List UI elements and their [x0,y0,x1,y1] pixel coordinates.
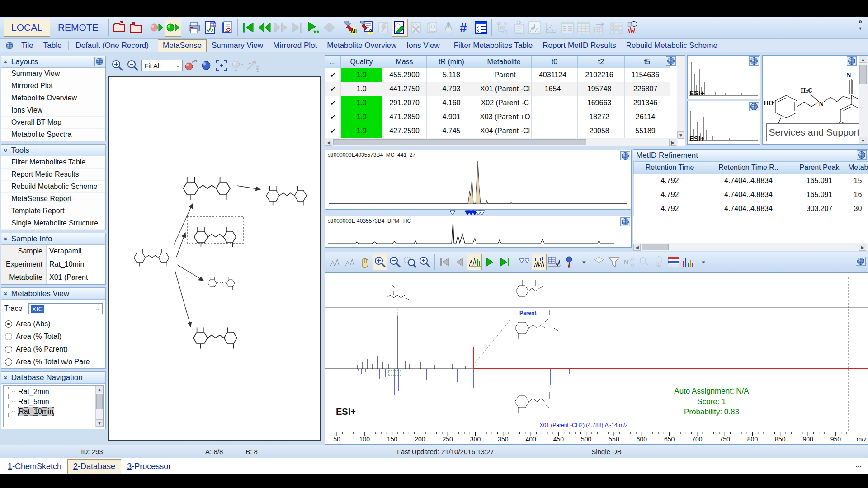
trace-select[interactable]: XIC ⌄ [28,303,103,314]
refinement-row[interactable]: 4.7924.7404..4.8834165.09115 [634,174,868,188]
scroll-thumb[interactable] [96,394,103,409]
panel-globe-icon[interactable] [620,217,630,226]
radio-icon[interactable] [5,333,12,340]
t2-cell[interactable]: 195748 [578,82,625,96]
metabolite-cell[interactable]: X04 (Parent -Cl [476,124,532,138]
menu-item-summary-view[interactable]: Summary View [207,39,268,52]
zoom-in-icon[interactable] [110,58,125,73]
tool-item-rebuild-metabolic-scheme[interactable]: Rebuild Metabolic Scheme [1,181,105,193]
t0-cell[interactable]: 1654 [532,82,578,96]
rainbow-peaks-icon[interactable] [681,254,696,270]
t5-cell[interactable]: 291346 [625,96,670,110]
t5-cell[interactable]: 1154636 [625,68,670,82]
pin-annotation-icon[interactable] [561,254,576,270]
scroll-right-icon[interactable]: ▶ [669,139,676,146]
refinement-row[interactable]: 4.7924.7404..4.8834165.09116 [634,188,868,202]
quality-cell[interactable]: 1.0 [341,124,382,138]
mass-cell[interactable]: 455.2900 [382,68,427,82]
workspace-globe-icon[interactable] [5,42,14,50]
mass-cell[interactable]: 441.2750 [382,82,427,96]
structure-globe-icon[interactable] [847,56,857,66]
pin-dropdown-icon[interactable] [576,254,591,270]
column-header[interactable]: Metabolite [476,56,532,68]
collapse-chevron-icon[interactable]: » [2,292,9,296]
menu-item-tile[interactable]: Tile [16,39,38,52]
export-pdf-icon[interactable] [219,19,235,37]
menu-item-rebuild-metabolic-scheme[interactable]: Rebuild Metabolic Scheme [621,39,722,52]
collapse-chevron-icon[interactable]: » [2,376,9,380]
row-checkbox[interactable]: ✔ [326,110,341,124]
column-header[interactable]: Metabo [848,162,868,174]
t2-cell[interactable]: 20058 [578,124,625,138]
metabolite-cell[interactable]: X01 (Parent -Cl [476,82,532,96]
chevron-overflow-icon[interactable]: » [855,18,865,25]
first-record-icon[interactable] [240,19,256,37]
t5-cell[interactable]: 26114 [625,110,670,124]
mass-cell[interactable]: 427.2590 [382,124,427,138]
t0-cell[interactable] [532,124,578,138]
tic-chromatogram-panel[interactable]: stf000009E 4035573B4_BPM_TIC [325,216,632,248]
scroll-right-icon[interactable]: ▶ [859,244,866,251]
radio-icon[interactable] [5,358,12,366]
tab-local[interactable]: LOCAL [4,19,50,37]
zoom-region-icon[interactable] [373,254,387,270]
column-header[interactable]: Retention Time [634,162,706,174]
tool-item-report-metid-results[interactable]: Report Metid Results [1,169,105,181]
render-structure-icon[interactable] [199,58,213,73]
chevron-down-icon[interactable]: ⌄ [95,305,102,312]
layout-item-overall-bt-map[interactable]: Overall BT Map [1,117,105,129]
zoom-box-icon[interactable] [402,254,417,270]
thumbnail-globe-icon[interactable] [749,102,759,111]
search-all-icon[interactable]: All [343,19,359,37]
structure-scrollbar[interactable]: ▲ ▼ [859,56,868,144]
metabolite-row[interactable]: ✔1.0455.29005.118Parent40311242102216115… [326,68,670,82]
db-node-rat_2min[interactable]: ·· Rat_2min [8,387,103,397]
previous-record-icon[interactable] [256,19,273,37]
colored-table-icon[interactable] [666,254,681,270]
pan-hand-icon[interactable] [358,254,373,270]
rotate-structure-icon[interactable] [184,58,198,73]
column-header[interactable]: ... [326,56,341,68]
column-header[interactable]: Mass [382,56,427,68]
tab-overflow[interactable]: ... [856,461,862,469]
column-header[interactable]: Retention Time R.. [706,162,791,174]
column-header[interactable]: t5 [625,56,670,68]
compare-spectra-icon[interactable] [467,254,482,270]
label-tool-icon[interactable] [591,254,606,270]
quality-cell[interactable]: 1.0 [341,110,382,124]
quality-cell[interactable]: 1.0 [341,82,382,96]
layouts-globe-icon[interactable] [94,57,104,66]
toolbar-overflow[interactable]: » ▼ [855,18,865,32]
layout-item-metabolite-spectra[interactable]: Metabolite Spectra [1,129,105,141]
print-icon[interactable] [186,19,203,37]
layout-item-metabolite-overview[interactable]: Metabolite Overview [1,92,105,104]
refinement-cell[interactable]: 4.7404..4.8834 [706,188,791,202]
spectrum-thumbnail-2[interactable]: ESI+ [687,101,760,145]
table-globe-icon[interactable] [666,56,676,66]
open-local-database-icon[interactable] [111,19,127,37]
scroll-down-icon[interactable]: ▼ [677,131,684,139]
thumbnail-globe-icon[interactable] [749,56,759,66]
scroll-up-icon[interactable]: ▲ [859,56,867,63]
row-checkbox[interactable]: ✔ [326,124,341,138]
tool-item-filter-metabolites-table[interactable]: Filter Metabolites Table [1,156,105,169]
radio-area-parent-[interactable]: Area (% Parent) [1,343,105,356]
collapse-chevron-icon[interactable]: » [2,60,9,64]
metabolites-table-vscroll[interactable]: ▼ [677,56,685,139]
metabolite-row[interactable]: ✔1.0471.28504.901X03 (Parent +O182722611… [326,110,670,124]
refinement-row[interactable]: 4.7924.7404..4.8834303.20730 [634,202,868,216]
search-query-icon[interactable]: ? [359,19,375,37]
module-tab-2-database[interactable]: 2-Database [67,459,121,474]
metid-hscroll[interactable]: ◀ ▶ [633,243,868,251]
scroll-left-icon[interactable]: ◀ [633,244,641,251]
radio-area-total-[interactable]: Area (% Total) [1,330,105,343]
tr-cell[interactable]: 5.118 [427,68,476,82]
tab-remote[interactable]: REMOTE [50,19,106,37]
open-remote-database-icon[interactable] [127,19,144,37]
layout-item-ions-view[interactable]: Ions View [1,104,105,117]
metabolites-table-hscroll[interactable]: ◀ ▶ [325,138,678,146]
radio-area-total-w-o-pare[interactable]: Area (% Total w/o Pare [1,356,105,368]
collapse-chevron-icon[interactable]: » [2,237,9,241]
tool-item-single-metabolite-structure[interactable]: Single Metabolite Structure [1,217,105,230]
fit-all-select[interactable]: Fit All⌄ [141,60,183,71]
